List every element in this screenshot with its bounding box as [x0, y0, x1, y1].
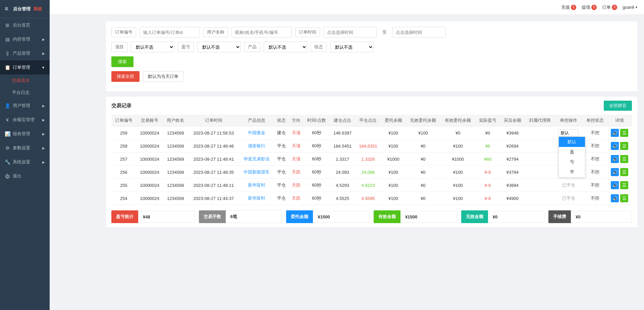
cell-order-id: 259 [111, 126, 136, 140]
product-link[interactable]: 华道兄弟影业 [244, 156, 270, 161]
dropdown-item-flat[interactable]: 平 [559, 167, 585, 177]
sidebar-item-report[interactable]: 📊 报表管理 ▶ [0, 127, 50, 141]
cell-product: 新华富时 [239, 192, 274, 205]
sidebar-subitem-platform-log[interactable]: 平台日志 [0, 87, 50, 99]
sidebar-item-params[interactable]: ⚙ 参数设置 ▶ [0, 141, 50, 155]
sidebar-item-dashboard[interactable]: ⊞ 后台首页 [0, 18, 50, 32]
product-link[interactable]: 中国黄金 [248, 130, 265, 135]
cell-order-time: 2023-08-27 11:48:41 [188, 153, 239, 166]
cell-commission: ¥100 [381, 179, 406, 192]
col-product: 产品信息 [239, 115, 274, 126]
order-no-input[interactable] [140, 27, 200, 38]
sidebar-item-product[interactable]: ₿ 产品管理 ▶ [0, 46, 50, 60]
product-link[interactable]: 新华富时 [248, 183, 265, 188]
col-order-id: 订单编号 [111, 115, 136, 126]
cell-order-time: 2023-08-27 11:48:11 [188, 179, 239, 192]
detail-icon[interactable]: ☰ [620, 155, 628, 163]
sidebar-label-logout: 退出 [13, 173, 21, 179]
search-all-button[interactable]: 搜索全部 [111, 71, 140, 82]
cell-open-price: 4.5293 [330, 179, 355, 192]
control-cell: 已平仓 [555, 192, 583, 205]
detail-icon[interactable]: ☰ [620, 194, 628, 202]
sound-icon[interactable]: 🔊 [611, 142, 619, 150]
product-link[interactable]: 中国新能源车 [244, 169, 270, 174]
cell-actual-profit: ¥6 [475, 140, 500, 153]
sidebar-item-system[interactable]: 🔧 系统设置 ▶ [0, 155, 50, 169]
cell-detail: 🔊 ☰ [607, 179, 632, 192]
direction-tag: 天涨 [292, 130, 301, 135]
yingkui-select[interactable]: 默认不选 盈 亏 [197, 42, 241, 52]
cell-time-points: 60秒 [304, 126, 330, 140]
mute-all-button[interactable]: 全部静音 [604, 101, 632, 111]
control-select[interactable]: 默认盈亏平 [558, 129, 579, 137]
zhangdie-select[interactable]: 默认不选 涨 跌 [131, 42, 174, 52]
sound-icon[interactable]: 🔊 [611, 194, 619, 202]
dropdown-item-default[interactable]: 默认 [559, 137, 585, 147]
sidebar-item-content[interactable]: ▤ 内容管理 ▶ [0, 32, 50, 46]
product-link[interactable]: 新华富时 [248, 196, 265, 201]
sound-icon[interactable]: 🔊 [611, 168, 619, 176]
user-info[interactable]: guanli ▾ [623, 5, 637, 10]
cell-order-id: 256 [111, 166, 136, 179]
product-select[interactable]: 默认不选 [264, 42, 307, 52]
order-btn[interactable]: 订单 0 [602, 4, 617, 10]
dropdown-item-profit[interactable]: 盈 [559, 147, 585, 157]
recharge-btn[interactable]: 充值 0 [561, 4, 576, 10]
sound-icon[interactable]: 🔊 [611, 181, 619, 189]
sidebar-label-product: 产品管理 [13, 50, 30, 56]
cell-agent [525, 126, 555, 140]
cell-balance-after: ¥3794 [500, 166, 525, 179]
direction-tag: 天跌 [292, 169, 301, 174]
cell-status: 平仓 [274, 153, 289, 166]
username-label: guanli [623, 5, 634, 10]
detail-icon[interactable]: ☰ [620, 142, 628, 150]
sound-icon[interactable]: 🔊 [611, 155, 619, 163]
summary-bar: 盈亏统计 ¥48 交易手数 6笔 委托金额 ¥1500 有效金额 ¥1500 无… [111, 210, 632, 223]
sound-icon[interactable]: 🔊 [611, 129, 619, 137]
summary-invalid: 无效金额 ¥0 [461, 210, 545, 223]
cell-status: 建仓 [274, 126, 289, 140]
cell-actual-profit: ¥0 [475, 126, 500, 140]
order-badge: 0 [612, 5, 617, 10]
cell-control-status: 不控 [583, 153, 607, 166]
status-select[interactable]: 默认不选 建仓 平仓 已平仓 [330, 42, 374, 52]
dropdown-item-loss[interactable]: 亏 [559, 157, 585, 167]
cell-control-status: 不控 [583, 126, 607, 140]
sidebar-subitem-trade[interactable]: 交易流水 [0, 74, 50, 87]
sidebar-item-balance[interactable]: ¥ 余额宝管理 ▶ [0, 113, 50, 127]
detail-icon[interactable]: ☰ [620, 129, 628, 137]
cell-order-time: 2023-08-27 11:48:46 [188, 140, 239, 153]
hamburger-icon[interactable]: ≡ [5, 5, 8, 12]
cell-valid-commission: ¥100 [440, 166, 475, 179]
sidebar-label-platform-log: 平台日志 [12, 90, 30, 95]
cell-direction: 天跌 [289, 192, 304, 205]
cell-direction: 天涨 [289, 126, 304, 140]
date-start-input[interactable] [323, 27, 377, 38]
date-end-input[interactable] [392, 27, 446, 38]
order-time-label: 订单时间 [295, 27, 320, 37]
col-agent: 归属代理商 [525, 115, 555, 126]
direction-tag: 天涨 [292, 143, 301, 148]
withdraw-btn[interactable]: 提现 0 [582, 4, 597, 10]
cell-agent [525, 140, 555, 153]
cell-invalid-commission: ¥0 [406, 166, 440, 179]
cell-order-time: 2023-08-27 11:44:37 [188, 192, 239, 205]
cell-commission: ¥100 [381, 166, 406, 179]
detail-icon[interactable]: ☰ [620, 168, 628, 176]
username-input[interactable] [231, 27, 292, 38]
sidebar-item-order[interactable]: 📋 订单管理 ▼ [0, 60, 50, 74]
withdraw-badge: 0 [591, 5, 597, 10]
search-button[interactable]: 搜索 [111, 56, 133, 67]
detail-icon[interactable]: ☰ [620, 181, 628, 189]
sidebar-item-user[interactable]: 👤 用户管理 ▶ [0, 99, 50, 113]
cell-agent [525, 192, 555, 205]
product-link[interactable]: 浦发银行 [248, 143, 265, 148]
trade-count-value: 6笔 [226, 210, 282, 223]
dropdown-wrap: 默认盈亏平 默认 盈 亏 平 [558, 129, 579, 137]
cell-account: 10000024 [136, 153, 163, 166]
default-today-button[interactable]: 默认为当天订单 [143, 71, 183, 82]
table-row: 254 10000024 1234569 2023-08-27 11:44:37… [111, 192, 632, 205]
sidebar-item-logout[interactable]: ⏻ 退出 [0, 169, 50, 183]
col-invalid-commission: 无效委托余额 [406, 115, 440, 126]
cell-status: 平仓 [274, 140, 289, 153]
